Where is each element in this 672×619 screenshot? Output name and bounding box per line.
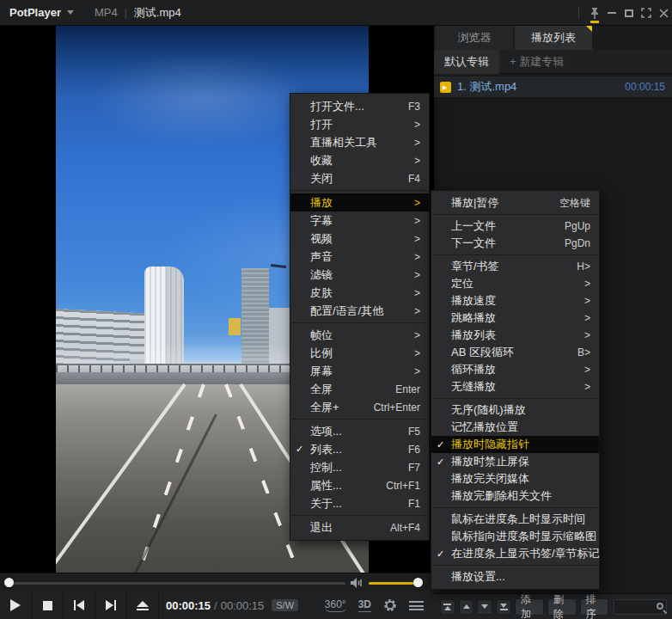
- move-up-button[interactable]: [459, 599, 474, 615]
- menu-item-label: 播放时禁止屏保: [451, 454, 529, 469]
- menu-item[interactable]: ✓ 播放时禁止屏保: [431, 453, 599, 470]
- add-button[interactable]: 添加: [515, 598, 544, 616]
- menu-item[interactable]: ✓ 关闭 F4: [290, 169, 429, 187]
- stop-button[interactable]: [32, 591, 64, 619]
- menu-item[interactable]: ✓ 跳略播放 >: [431, 310, 599, 327]
- menu-item[interactable]: ✓ 打开 >: [290, 115, 429, 133]
- menu-item[interactable]: ✓ 播放设置...: [431, 568, 599, 585]
- menu-item-label: 跳略播放: [451, 310, 496, 326]
- menu-item[interactable]: ✓ 比例 >: [290, 344, 429, 362]
- maximize-icon: [625, 9, 633, 17]
- minimize-button[interactable]: [603, 0, 620, 26]
- context-menu: ✓ 打开文件... F3 ✓ 打开 > ✓ 直播相关工具 > ✓ 收藏 >: [290, 93, 430, 541]
- search-icon[interactable]: [657, 603, 663, 610]
- menu-item[interactable]: ✓ 皮肤 >: [290, 284, 429, 302]
- panel-tab[interactable]: 浏览器: [436, 26, 513, 50]
- menu-item[interactable]: ✓ 视频 >: [290, 230, 429, 248]
- menu-item[interactable]: ✓ 播放时隐藏指针: [431, 436, 599, 453]
- menu-item-label: 退出: [310, 520, 333, 536]
- close-button[interactable]: [655, 0, 672, 26]
- seek-bar[interactable]: [7, 582, 345, 585]
- 3d-button[interactable]: 3D: [358, 598, 371, 612]
- menu-item[interactable]: ✓ 关于... F1: [290, 494, 429, 512]
- menu-item[interactable]: ✓ 字幕 >: [290, 211, 429, 230]
- menu-item[interactable]: ✓ 鼠标指向进度条时显示缩略图: [431, 528, 599, 545]
- menu-item-shortcut: >: [414, 347, 420, 359]
- menu-item[interactable]: ✓ 打开文件... F3: [290, 97, 429, 115]
- delete-button[interactable]: 删除: [547, 598, 577, 616]
- album-bar: 默认专辑 + 新建专辑: [434, 50, 672, 74]
- menu-item[interactable]: ✓ 滤镜 >: [290, 266, 429, 284]
- eject-button[interactable]: [127, 591, 159, 619]
- menu-item[interactable]: ✓ 选项... F5: [290, 422, 429, 440]
- playlist-item[interactable]: 1. 测试.mp4 00:00:15: [434, 77, 672, 97]
- next-button[interactable]: [95, 591, 127, 619]
- menu-item[interactable]: ✓ 播放列表 >: [431, 327, 599, 344]
- previous-button[interactable]: [64, 591, 95, 619]
- menu-item-shortcut: >: [584, 278, 590, 290]
- menu-item[interactable]: ✓ 播放 >: [290, 193, 429, 211]
- arrow-up-icon: [463, 604, 470, 609]
- volume-thumb[interactable]: [413, 578, 423, 587]
- move-down-button[interactable]: [477, 599, 492, 615]
- panel-tab[interactable]: 播放列表: [515, 26, 592, 50]
- menu-item[interactable]: ✓ 鼠标在进度条上时显示时间: [431, 511, 599, 528]
- menu-item-shortcut: PgDn: [565, 237, 590, 249]
- pin-icon: [590, 7, 600, 20]
- menu-item[interactable]: ✓ 记忆播放位置: [431, 419, 599, 436]
- play-button[interactable]: [0, 591, 32, 619]
- menu-item-label: 在进度条上显示书签/章节标记: [451, 546, 600, 561]
- menu-item[interactable]: ✓ 播放完删除相关文件: [431, 487, 599, 505]
- menu-item[interactable]: ✓ AB 区段循环 B>: [431, 344, 599, 361]
- pin-active-indicator: [590, 21, 599, 23]
- vr-360-button[interactable]: 360°: [325, 598, 346, 612]
- menu-item[interactable]: ✓ 播放速度 >: [431, 292, 599, 310]
- seek-thumb[interactable]: [4, 578, 14, 587]
- decoder-badge[interactable]: S/W: [272, 599, 298, 611]
- sort-button[interactable]: 排序: [580, 598, 609, 616]
- menu-item[interactable]: ✓ 章节/书签 H>: [431, 258, 599, 275]
- move-top-button[interactable]: [440, 599, 455, 615]
- menu-item-shortcut: PgUp: [565, 220, 590, 232]
- menu-item[interactable]: ✓ 属性... Ctrl+F1: [290, 476, 429, 494]
- new-album-button[interactable]: + 新建专辑: [510, 54, 564, 70]
- menu-item[interactable]: ✓ 上一文件 PgUp: [431, 218, 599, 235]
- menu-item[interactable]: ✓ 播放|暂停 空格键: [431, 194, 599, 211]
- menu-separator: [291, 322, 428, 323]
- menu-item[interactable]: ✓ 播放完关闭媒体: [431, 470, 599, 487]
- menu-item[interactable]: ✓ 收藏 >: [290, 151, 429, 169]
- time-display: 00:00:15 / 00:00:15 S/W: [166, 599, 298, 612]
- pin-button[interactable]: [586, 0, 603, 26]
- menu-item[interactable]: ✓ 下一文件 PgDn: [431, 235, 599, 252]
- menu-item[interactable]: ✓ 定位 >: [431, 275, 599, 292]
- menu-item[interactable]: ✓ 声音 >: [290, 248, 429, 266]
- menu-item[interactable]: ✓ 无缝播放 >: [431, 378, 599, 395]
- menu-item[interactable]: ✓ 直播相关工具 >: [290, 133, 429, 151]
- menu-item[interactable]: ✓ 配置/语言/其他 >: [290, 302, 429, 320]
- menu-item[interactable]: ✓ 退出 Alt+F4: [290, 518, 429, 536]
- menu-item-label: 帧位: [310, 328, 333, 343]
- menu-item[interactable]: ✓ 屏幕 >: [290, 362, 429, 380]
- move-bottom-button[interactable]: [496, 599, 511, 615]
- app-menu-button[interactable]: PotPlayer: [0, 0, 84, 26]
- menu-item-label: 配置/语言/其他: [310, 303, 383, 319]
- menu-item[interactable]: ✓ 帧位 >: [290, 326, 429, 344]
- menu-item[interactable]: ✓ 全屏 Enter: [290, 380, 429, 398]
- maximize-button[interactable]: [620, 0, 638, 26]
- menu-item-label: 播放|暂停: [451, 195, 498, 211]
- menu-item[interactable]: ✓ 在进度条上显示书签/章节标记: [431, 545, 599, 562]
- menu-item-shortcut: B>: [577, 346, 590, 359]
- menu-item[interactable]: ✓ 全屏+ Ctrl+Enter: [290, 398, 429, 416]
- gear-icon[interactable]: [383, 598, 397, 612]
- menu-item[interactable]: ✓ 控制... F7: [290, 458, 429, 476]
- menu-item[interactable]: ✓ 循环播放 >: [431, 361, 599, 378]
- menu-item[interactable]: ✓ 无序(随机)播放: [431, 401, 599, 419]
- menu-item[interactable]: ✓ 列表... F6: [290, 440, 429, 458]
- menu-item-label: 播放完删除相关文件: [451, 488, 552, 504]
- adjust-size-button[interactable]: [638, 0, 655, 26]
- menu-item-shortcut: >: [584, 312, 590, 324]
- speaker-icon[interactable]: [350, 577, 364, 589]
- playlist-toggle-icon[interactable]: [409, 601, 424, 610]
- album-tab-default[interactable]: 默认专辑: [434, 50, 499, 74]
- control-right-icons: 360° 3D: [325, 598, 434, 612]
